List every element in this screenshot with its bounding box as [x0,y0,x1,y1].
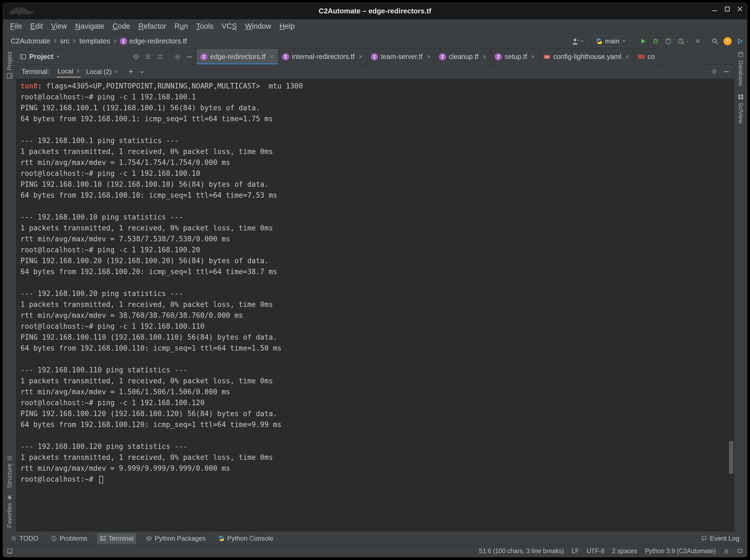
svg-line-11 [656,39,657,40]
close-icon[interactable]: ✕ [531,54,535,60]
status-interpreter[interactable]: Python 3.9 (C2Automate) [645,547,716,555]
toolwindow-event-log[interactable]: Event Log [698,533,742,544]
close-icon[interactable]: ✕ [270,54,274,60]
editor-tab[interactable]: team-server.tf✕ [367,49,435,64]
balloon-icon [701,535,707,541]
breadcrumb[interactable]: C2Automate src templates edge-redirector… [11,37,187,45]
terminal-session-tab[interactable]: Local ✕ [57,66,80,78]
file-icon [638,53,645,60]
code-with-me-icon[interactable] [736,37,744,45]
editor-tab[interactable]: internal-redirectors.tf✕ [278,49,367,64]
close-icon[interactable]: ✕ [625,54,630,60]
close-icon[interactable]: ✕ [358,54,363,60]
toolwindow-favorites-tab[interactable]: Favorites [6,494,13,527]
editor-tab[interactable]: cfgconfig-lighthouse.yaml✕ [539,49,634,64]
svg-point-22 [11,456,12,457]
collapse-all-button[interactable] [157,53,164,60]
chevron-down-icon [622,39,626,43]
coverage-button[interactable] [664,37,672,45]
menu-file[interactable]: File [10,22,22,30]
svg-rect-65 [8,552,12,554]
terminal-output[interactable]: tun0: flags=4305<UP,POINTOPOINT,RUNNING,… [16,79,728,531]
menu-navigate[interactable]: Navigate [75,22,104,30]
svg-rect-0 [712,11,717,11]
close-button[interactable] [736,5,744,13]
menu-view[interactable]: View [51,22,67,30]
stop-button[interactable] [694,37,702,45]
close-icon[interactable]: ✕ [114,69,118,75]
toolwindow-project-tab[interactable]: Project [6,51,13,79]
navigation-bar: C2Automate src templates edge-redirector… [3,34,747,49]
ide-updates-icon[interactable] [724,37,732,45]
status-line-separator[interactable]: LF [572,547,579,555]
toolwindow-structure-tab[interactable]: Structure [6,455,13,488]
editor-tab[interactable]: co [634,49,659,64]
editor-tab-label: config-lighthouse.yaml [553,53,621,61]
editor-tab-label: internal-redirectors.tf [292,53,355,61]
editor-tab[interactable]: cleanup.tf✕ [435,49,491,64]
breadcrumb-project[interactable]: C2Automate [11,37,50,45]
status-caret[interactable]: 51:6 (100 chars, 3 line breaks) [479,547,564,555]
terminal-cursor [99,476,103,483]
add-configuration-button[interactable]: + [572,37,584,45]
run-configuration-selector[interactable]: main [593,36,630,46]
new-session-button[interactable] [127,68,135,75]
svg-point-56 [11,537,12,537]
expand-all-button[interactable] [144,53,152,60]
profile-button[interactable] [677,37,685,45]
toolwindows-quick-access-icon[interactable] [7,548,13,554]
close-icon[interactable]: ✕ [76,68,80,74]
database-icon [737,51,744,58]
menu-edit[interactable]: Edit [30,22,43,30]
toolwindow-python-packages[interactable]: Python Packages [143,533,209,544]
breadcrumb-file[interactable]: edge-redirectors.tf [120,37,187,45]
locate-file-button[interactable] [133,53,140,60]
menu-vcs[interactable]: VCS [222,22,237,30]
tabs-row: Project edge-redirectors.tf✕internal-red… [16,49,734,65]
debug-button[interactable] [652,37,660,45]
editor-tab[interactable]: edge-redirectors.tf✕ [197,49,278,64]
notifications-icon[interactable] [737,548,743,554]
terminal-session-tab[interactable]: Local (2) ✕ [85,66,119,77]
svg-point-58 [11,540,12,540]
project-view-selector[interactable]: Project [20,53,130,61]
toolwindow-database-tab[interactable]: Database [737,51,744,86]
toolwindow-problems[interactable]: Problems [48,533,90,544]
editor-tab[interactable]: setup.tf✕ [491,49,539,64]
menu-help[interactable]: Help [279,22,295,30]
search-everywhere-button[interactable] [711,37,719,45]
close-icon[interactable]: ✕ [427,54,431,60]
session-dropdown-button[interactable] [140,68,147,75]
svg-line-14 [681,41,682,42]
scrollbar-thumb[interactable] [729,441,733,474]
menu-refactor[interactable]: Refactor [138,22,166,30]
python-icon [218,535,224,541]
menu-code[interactable]: Code [113,22,131,30]
toolwindow-terminal[interactable]: Terminal [97,533,136,544]
run-button[interactable] [639,37,647,45]
status-encoding[interactable]: UTF-8 [587,547,604,555]
project-view-icon [20,54,26,60]
run-config-label: main [605,37,619,45]
panel-hide-button[interactable] [186,53,193,60]
menu-run[interactable]: Run [174,22,188,30]
maximize-button[interactable] [724,5,731,13]
breadcrumb-src[interactable]: src [60,37,70,45]
terminal-hide-button[interactable] [723,68,730,75]
menu-tools[interactable]: Tools [196,22,214,30]
menu-window[interactable]: Window [245,22,271,30]
close-icon[interactable]: ✕ [482,54,487,60]
terminal-options-button[interactable] [711,68,718,75]
status-indent[interactable]: 2 spaces [612,547,637,555]
readonly-lock-icon[interactable] [724,548,730,554]
svg-point-21 [11,458,12,459]
python-icon [596,38,603,44]
toolwindow-python-console[interactable]: Python Console [216,533,276,544]
svg-point-57 [11,538,12,539]
breadcrumb-templates[interactable]: templates [79,37,110,45]
panel-settings-button[interactable] [174,53,181,60]
terminal-scrollbar[interactable] [728,79,734,531]
toolwindow-todo[interactable]: TODO [8,533,41,544]
toolwindow-sciview-tab[interactable]: SciView [737,94,744,124]
minimize-button[interactable] [711,5,718,13]
